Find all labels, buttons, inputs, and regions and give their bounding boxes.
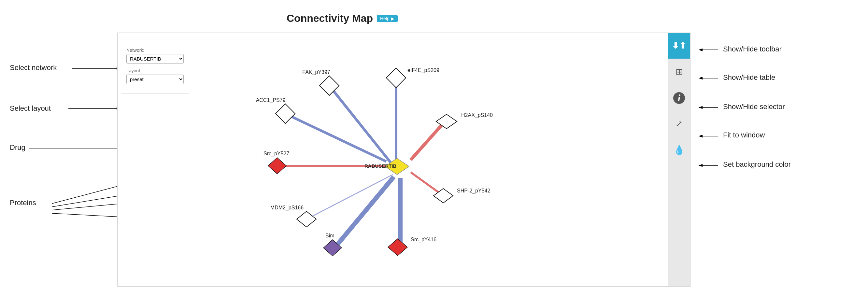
page-title-area: Connectivity Map Help ▶: [287, 12, 398, 25]
info-icon: i: [673, 92, 685, 104]
svg-text:ACC1_PS79: ACC1_PS79: [256, 97, 286, 103]
svg-text:Src_pY416: Src_pY416: [411, 237, 436, 242]
annotation-drug: Drug: [10, 143, 25, 152]
svg-text:eIF4E_pS209: eIF4E_pS209: [407, 67, 439, 73]
annotation-select-layout: Select layout: [10, 104, 51, 113]
show-hide-selector-btn[interactable]: i: [668, 85, 690, 111]
show-hide-table-btn[interactable]: ⊞: [668, 59, 690, 85]
bg-color-btn[interactable]: 💧: [668, 137, 690, 163]
show-hide-toolbar-btn[interactable]: ⬇⬆: [668, 33, 690, 59]
fit-icon: ⤢: [676, 119, 683, 129]
svg-marker-40: [388, 239, 407, 256]
annotation-show-hide-table: Show/Hide table: [723, 73, 775, 82]
table-icon: ⊞: [676, 66, 683, 77]
svg-marker-32: [268, 158, 286, 174]
svg-line-13: [329, 86, 391, 163]
svg-marker-24: [386, 68, 406, 88]
svg-text:FAK_pY397: FAK_pY397: [302, 69, 330, 75]
annotation-fit-to-window: Fit to window: [723, 131, 765, 139]
svg-line-20: [335, 177, 394, 247]
annotation-show-hide-selector: Show/Hide selector: [723, 103, 785, 111]
svg-marker-26: [276, 104, 295, 124]
svg-text:Bim: Bim: [326, 233, 335, 238]
help-badge[interactable]: Help ▶: [377, 15, 398, 22]
svg-text:RABUSERTIB: RABUSERTIB: [365, 163, 397, 169]
annotation-show-hide-toolbar: Show/Hide toolbar: [723, 45, 782, 54]
fit-window-btn[interactable]: ⤢: [668, 111, 690, 137]
svg-line-16: [411, 122, 445, 160]
network-svg: FAK_pY397 eIF4E_pS209 ACC1_PS79 H2AX_pS1…: [118, 33, 669, 287]
svg-text:Src_pY527: Src_pY527: [264, 151, 289, 157]
svg-text:SHP-2_pY542: SHP-2_pY542: [457, 188, 490, 194]
toolbar: ⬇⬆ ⊞ i ⤢ 💧: [668, 33, 690, 286]
svg-text:MDM2_pS166: MDM2_pS166: [270, 205, 304, 211]
toolbar-arrows-icon: ⬇⬆: [672, 41, 686, 51]
annotation-proteins: Proteins: [10, 199, 36, 207]
network-canvas[interactable]: Network: RABUSERTIB Layout: preset FAK_p…: [117, 33, 690, 287]
svg-text:H2AX_pS140: H2AX_pS140: [461, 112, 493, 118]
svg-marker-36: [297, 211, 316, 227]
droplet-icon: 💧: [674, 144, 685, 155]
annotation-select-network: Select network: [10, 64, 57, 72]
page-title: Connectivity Map: [287, 12, 373, 25]
annotation-set-background-color: Set background color: [723, 160, 791, 169]
